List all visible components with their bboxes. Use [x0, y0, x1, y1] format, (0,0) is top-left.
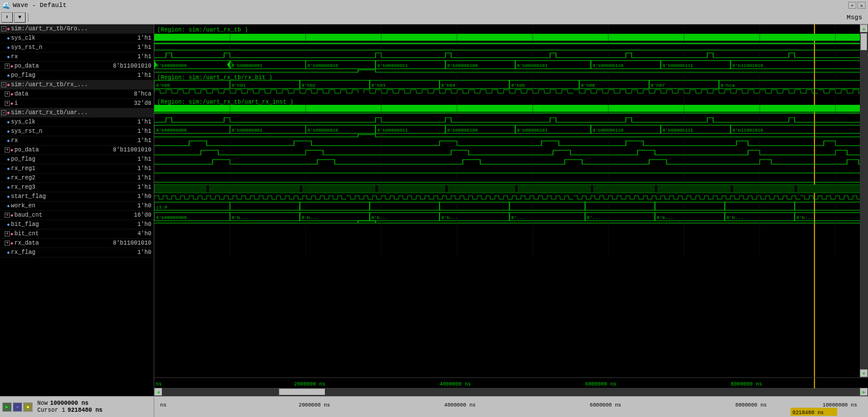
svg-rect-95: [795, 202, 865, 210]
status-left: ▶ ✦ ◆ Now 10000000 ns Cursor 1 9218480 n…: [0, 397, 154, 417]
signal-sys_rst_n[interactable]: ◆ sys_rst_n 1'h1: [0, 43, 154, 52]
diamond-rr3: ◆: [7, 185, 10, 190]
scroll-thumb[interactable]: [860, 33, 867, 51]
svg-text:8'b00000010: 8'b00000010: [307, 128, 338, 133]
sig-name-bc: baud_cnt: [15, 212, 101, 218]
sig-val-bc: 16'd0: [101, 212, 154, 218]
h-scroll-track[interactable]: [162, 388, 860, 396]
svg-text:8'h00: 8'h00: [156, 83, 170, 88]
scroll-down-button[interactable]: ▼: [860, 369, 868, 377]
diamond-po_data: ◆: [10, 63, 13, 69]
h-scroll-thumb[interactable]: [279, 388, 325, 395]
group-row-1[interactable]: - ◆ sim:/uart_rx_tb/Gro...: [0, 24, 154, 34]
svg-text:8'b00000011: 8'b00000011: [377, 63, 408, 68]
diamond-sys_clk: ◆: [7, 36, 10, 41]
group-row-2[interactable]: - ◆ sim:/uart_rx_tb/rx_...: [0, 80, 154, 90]
horizontal-scrollbar[interactable]: ◄ ►: [154, 388, 868, 396]
signal-rx_flag[interactable]: ◆ rx_flag 1'h0: [0, 248, 154, 257]
svg-text:8'b00000110: 8'b00000110: [593, 128, 623, 133]
sig-name-rx3: rx: [11, 137, 101, 144]
signal-rx_reg1[interactable]: ◆ rx_reg1 1'h1: [0, 164, 154, 174]
diamond-grp3: ◆: [7, 110, 10, 115]
svg-text:8'b...: 8'b...: [441, 215, 458, 220]
expand-po_data[interactable]: +: [5, 63, 10, 69]
diamond-srn3: ◆: [7, 129, 10, 134]
scroll-right-button[interactable]: ►: [860, 388, 868, 396]
signal-po_data3[interactable]: + ◆ po_data 8'b11001010: [0, 146, 154, 155]
signal-rx[interactable]: ◆ rx 1'h1: [0, 52, 154, 62]
sig-name-po_data: po_data: [15, 63, 101, 69]
diamond-pd3: ◆: [10, 147, 13, 153]
signal-start_flag[interactable]: ◆ start_flag 1'h0: [0, 192, 154, 202]
svg-rect-73: [207, 185, 209, 192]
sig-name-rr1: rx_reg1: [11, 165, 101, 172]
svg-text:(Region: sim:/uart_rx_tb/rx_bi: (Region: sim:/uart_rx_tb/rx_bit ): [157, 75, 272, 81]
scroll-track[interactable]: [860, 33, 868, 369]
svg-text:8'b...: 8'b...: [796, 215, 813, 220]
expand-pd3[interactable]: +: [5, 147, 10, 153]
collapse-icon-1: -: [1, 26, 6, 31]
now-row: Now 10000000 ns: [37, 400, 102, 407]
sig-val-bf: 1'h0: [101, 221, 154, 228]
expand-bc[interactable]: +: [5, 213, 10, 218]
svg-text:(Region: sim:/uart_rx_tb/uart_: (Region: sim:/uart_rx_tb/uart_rx_inst ): [157, 99, 293, 105]
group-name-2: sim:/uart_rx_tb/rx_...: [11, 82, 154, 88]
signal-baud_cnt[interactable]: + ◆ baud_cnt 16'd0: [0, 211, 154, 220]
signal-po_flag[interactable]: ◆ po_flag 1'h1: [0, 71, 154, 80]
signal-bit_flag[interactable]: ◆ bit_flag 1'h0: [0, 220, 154, 229]
svg-text:8'...: 8'...: [511, 215, 525, 220]
signal-work_en[interactable]: ◆ work_en 1'h0: [0, 202, 154, 211]
svg-text:8'b...: 8'b...: [232, 215, 249, 220]
diamond-rx3: ◆: [7, 138, 10, 143]
toolbar-btn-2[interactable]: ▼: [14, 12, 26, 23]
title-bar-left: 🌊 Wave - Default: [2, 2, 66, 9]
sig-val-data2: 8'hca: [101, 91, 154, 97]
diamond-grp2: ◆: [7, 82, 10, 87]
waveform-area[interactable]: (Region: sim:/uart_rx_tb ) 8'b00000000 8…: [154, 24, 868, 377]
svg-text:8000000 ns: 8000000 ns: [731, 381, 762, 387]
signal-sys_clk3[interactable]: ◆ sys_clk 1'h1: [0, 118, 154, 127]
scroll-up-button[interactable]: ▲: [860, 24, 868, 33]
sig-val-rxf: 1'h0: [101, 249, 154, 256]
expand-bct[interactable]: +: [5, 231, 10, 236]
svg-rect-45: [719, 80, 868, 89]
svg-marker-8: [227, 61, 230, 69]
sig-name-po_flag: po_flag: [11, 72, 101, 79]
minimize-button[interactable]: +: [848, 2, 856, 9]
scroll-left-button[interactable]: ◄: [154, 388, 162, 396]
status-icon-3: ◆: [23, 402, 33, 412]
expand-data2[interactable]: +: [5, 91, 10, 97]
svg-text:ns: ns: [160, 402, 166, 408]
svg-text:8'b00000101: 8'b00000101: [517, 128, 548, 133]
signal-po_data[interactable]: + ◆ po_data 8'b11001010: [0, 62, 154, 71]
svg-text:4000000 ns: 4000000 ns: [444, 402, 476, 408]
signal-data2[interactable]: + ◆ data 8'hca: [0, 90, 154, 99]
svg-rect-89: [370, 202, 440, 210]
vertical-scrollbar[interactable]: ▲ ▼: [860, 24, 868, 377]
expand-rd[interactable]: +: [5, 241, 10, 246]
status-bar: ▶ ✦ ◆ Now 10000000 ns Cursor 1 9218480 n…: [0, 396, 868, 417]
svg-text:8'h06: 8'h06: [581, 83, 595, 88]
svg-text:8'...: 8'...: [587, 215, 601, 220]
signal-bit_cnt[interactable]: + ◆ bit_cnt 4'h0: [0, 229, 154, 239]
sig-val-pf3: 1'h1: [101, 156, 154, 162]
svg-text:6000000 ns: 6000000 ns: [590, 402, 621, 408]
svg-text:8'b00000110: 8'b00000110: [593, 63, 623, 68]
group-row-3[interactable]: - ◆ sim:/uart_rx_tb/uar...: [0, 108, 154, 118]
expand-i[interactable]: +: [5, 101, 10, 106]
signal-po_flag3[interactable]: ◆ po_flag 1'h1: [0, 155, 154, 164]
signal-rx3[interactable]: ◆ rx 1'h1: [0, 136, 154, 146]
signal-rx_data[interactable]: + ◆ rx_data 8'b11001010: [0, 239, 154, 248]
signal-rx_reg2[interactable]: ◆ rx_reg2 1'h1: [0, 174, 154, 183]
signal-i[interactable]: + ◆ i 32'd8: [0, 99, 154, 108]
signal-sys_clk[interactable]: ◆ sys_clk 1'h1: [0, 34, 154, 43]
svg-text:8'b00000111: 8'b00000111: [662, 63, 693, 68]
signal-sys_rst_n3[interactable]: ◆ sys_rst_n 1'h1: [0, 127, 154, 136]
close-button[interactable]: x: [858, 2, 866, 9]
toolbar-btn-1[interactable]: ⬆: [1, 12, 13, 23]
signal-rx_reg3[interactable]: ◆ rx_reg3 1'h1: [0, 183, 154, 192]
svg-text:8'h04: 8'h04: [441, 83, 455, 88]
group-name-1: sim:/uart_rx_tb/Gro...: [11, 26, 154, 32]
sig-name-we: work_en: [11, 203, 101, 209]
svg-text:(1.0: (1.0: [156, 204, 167, 210]
